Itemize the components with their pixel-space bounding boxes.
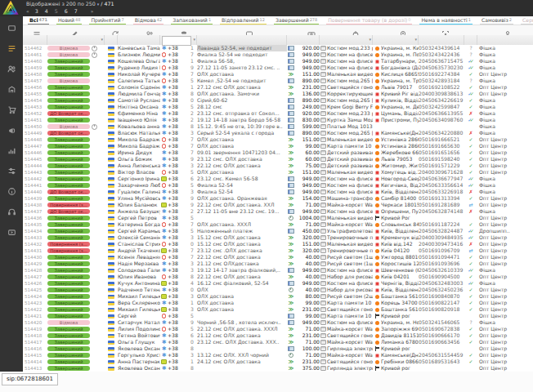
- status-badge[interactable]: Завершений: [47, 353, 90, 359]
- order-row[interactable]: 514443 Завершений Віктор Власов +38 5 ОЛ…: [23, 169, 533, 176]
- tracking-number[interactable]: 20450634098760: [419, 117, 464, 123]
- delivery-address[interactable]: Лиманка 67803: [381, 339, 419, 345]
- delivery-address[interactable]: Пристроми, Пу..: [381, 117, 419, 123]
- order-row[interactable]: 514423 Завершений Вера Скляренко +38 1 О…: [23, 300, 533, 306]
- order-row[interactable]: 514421 Завершений Сергей +38 5 99.00 Кар…: [23, 313, 533, 319]
- status-badge[interactable]: Завершений: [47, 85, 90, 91]
- client-name[interactable]: Нікітіна Оксана Дми..: [118, 104, 160, 110]
- client-name[interactable]: Кошелева Ольга Ар..: [118, 58, 160, 65]
- delivery-address[interactable]: Давидів 81151: [381, 332, 419, 339]
- status-badge[interactable]: Завершений: [47, 59, 90, 65]
- status-badge[interactable]: Завершений: [47, 170, 90, 176]
- status-badge[interactable]: Завершений: [47, 91, 90, 97]
- client-phone[interactable]: +38: [168, 293, 186, 300]
- order-row[interactable]: 514453 Завершений Нікітіна Оксана Дми.. …: [23, 104, 533, 110]
- delivery-address[interactable]: Кривой рог: [381, 345, 419, 352]
- client-name[interactable]: Близнюк Людмила ..: [118, 51, 160, 58]
- order-comment[interactable]: 22.12 смс ОЛХ доставка: [197, 274, 287, 280]
- client-name[interactable]: Сергіонко Ірина Ми..: [118, 176, 160, 182]
- client-phone[interactable]: +38: [168, 319, 186, 326]
- client-name[interactable]: Юлия Иванова: [118, 274, 160, 280]
- status-badge[interactable]: Завершений: [47, 274, 90, 280]
- tracking-number[interactable]: [419, 313, 464, 319]
- delivery-address[interactable]: Львів 79053: [381, 156, 419, 163]
- order-row[interactable]: 514447 Завершений Микола Бадражан +38 7 …: [23, 143, 533, 149]
- status-badge[interactable]: Завершений: [47, 281, 90, 287]
- client-name[interactable]: Власюк Наталья: [118, 130, 160, 136]
- status-badge[interactable]: Завершений: [47, 346, 90, 352]
- client-name[interactable]: Віктор Власов: [118, 169, 160, 176]
- order-row[interactable]: 514422 Завершений Михаил Гилецький +38 3…: [23, 306, 533, 313]
- tracking-number[interactable]: 0501691281689: [419, 202, 464, 208]
- tracking-number[interactable]: 20400309838613: [419, 91, 464, 97]
- tracking-number[interactable]: 20450636613955: [419, 110, 464, 117]
- client-name[interactable]: Захарченко Люба: [118, 182, 160, 189]
- order-row[interactable]: 514439 Завершений Уляна Мусійовська +38 …: [23, 195, 533, 202]
- tracking-number[interactable]: 20450632874148: [419, 208, 464, 215]
- info-icon[interactable]: [7, 186, 16, 196]
- status-badge[interactable]: Повернення (з...: [47, 242, 90, 247]
- order-comment[interactable]: Серый 52-54 уехала с города: [197, 130, 287, 136]
- product-name[interactable]: Костюм мод.233 разм.48-58 (1..: [327, 45, 373, 51]
- order-row[interactable]: 514431 Повернення (з... Андрій Ткаченко …: [23, 247, 533, 254]
- order-comment[interactable]: Чорний ,56-58 , хотела исключ..: [197, 319, 287, 326]
- order-row[interactable]: 514457 Відмова Салепина Татьяна С.. +38 …: [23, 78, 533, 84]
- tracking-number[interactable]: [419, 365, 464, 372]
- client-phone[interactable]: +38: [168, 345, 186, 352]
- client-name[interactable]: Ситарчук Наталія Гр..: [118, 319, 160, 326]
- status-badge[interactable]: Завершений: [47, 105, 90, 110]
- tracking-number[interactable]: 0501692108522: [419, 84, 464, 91]
- filter-comment[interactable]: [197, 35, 287, 45]
- client-phone[interactable]: +38: [168, 306, 186, 313]
- status-badge[interactable]: Завершений: [47, 229, 90, 234]
- client-name[interactable]: Яковлева Оксана: [118, 365, 160, 372]
- product-name[interactable]: Майка-корсет Waist Trainer *142..: [327, 202, 373, 208]
- product-name[interactable]: Детский развивающий констру..: [327, 163, 373, 169]
- tracking-number[interactable]: 0503243422436: [419, 51, 464, 58]
- delivery-address[interactable]: Гребінки 08662: [381, 359, 419, 365]
- order-comment[interactable]: 15.12 смс ОЛХ доставка: [197, 234, 287, 241]
- client-name[interactable]: Солодкова Галина В..: [118, 267, 160, 274]
- product-name[interactable]: Детский развивающий констру..: [327, 149, 373, 156]
- filter-name[interactable]: [118, 35, 160, 45]
- delivery-address[interactable]: Запоріжжя 690..: [381, 326, 419, 332]
- order-row[interactable]: 514434 Завершений Сергей Карамышев +38 5…: [23, 228, 533, 234]
- client-phone[interactable]: +38: [168, 176, 186, 182]
- delivery-address[interactable]: Баштанка 56101: [381, 293, 419, 300]
- tracking-number[interactable]: 0501691094471: [419, 254, 464, 261]
- client-name[interactable]: Гуцалюк Галина: [118, 189, 160, 195]
- tracking-number[interactable]: 20450632610339: [419, 267, 464, 274]
- client-name[interactable]: Станіслав Стрижак: [118, 241, 160, 247]
- status-badge[interactable]: Завершений: [47, 301, 90, 306]
- tracking-number[interactable]: 0501690672838: [419, 326, 464, 332]
- tracking-number[interactable]: 20450635730230: [419, 65, 464, 71]
- tracking-number[interactable]: 0501691187224: [419, 221, 464, 228]
- status-tab[interactable]: Повернення товару (в дорозі)0: [326, 16, 412, 24]
- client-phone[interactable]: +38: [168, 332, 186, 339]
- client-name[interactable]: Ксенія Левадняя: [118, 254, 160, 261]
- status-tab[interactable]: Сервіси0: [521, 16, 533, 24]
- delivery-address[interactable]: Житомир, Жито..: [381, 163, 419, 169]
- tracking-number[interactable]: 0501691313394: [419, 195, 464, 202]
- client-phone[interactable]: +38: [168, 195, 186, 202]
- tracking-number[interactable]: 0501691571229: [419, 163, 464, 169]
- filter-address[interactable]: [373, 35, 419, 45]
- tracking-number[interactable]: 0501690904500: [419, 274, 464, 280]
- delivery-address[interactable]: Жеребкове 664..: [381, 149, 419, 156]
- client-phone[interactable]: +38: [168, 215, 186, 221]
- delivery-address[interactable]: Київ, Відділенн..: [381, 287, 419, 293]
- client-name[interactable]: Ковальова анна: [118, 123, 160, 130]
- tracking-number[interactable]: 0501691598240: [419, 156, 464, 163]
- tracking-number[interactable]: 20400309484935: [419, 234, 464, 241]
- order-row[interactable]: 514414 Завершений Анна Пастернак +38 1 2…: [23, 359, 533, 365]
- status-badge[interactable]: Завершений: [47, 144, 90, 149]
- status-badge[interactable]: Завершений: [47, 137, 90, 143]
- order-row[interactable]: 514462 Відмова Каневська Тамара .. +38 1…: [23, 45, 533, 51]
- order-row[interactable]: 514459 Завершений Руденко Лидия Пав.. +3…: [23, 65, 533, 71]
- delivery-address[interactable]: Київ, Відділенн..: [381, 228, 419, 234]
- status-badge[interactable]: Завершений: [47, 222, 90, 228]
- client-phone[interactable]: +38: [168, 117, 186, 123]
- client-name[interactable]: Руденко Лидия Пав..: [118, 65, 160, 71]
- delivery-address[interactable]: Ужгород 88016: [381, 254, 419, 261]
- order-row[interactable]: 514449 ДО Возврат ок... Власюк Наталья +…: [23, 130, 533, 136]
